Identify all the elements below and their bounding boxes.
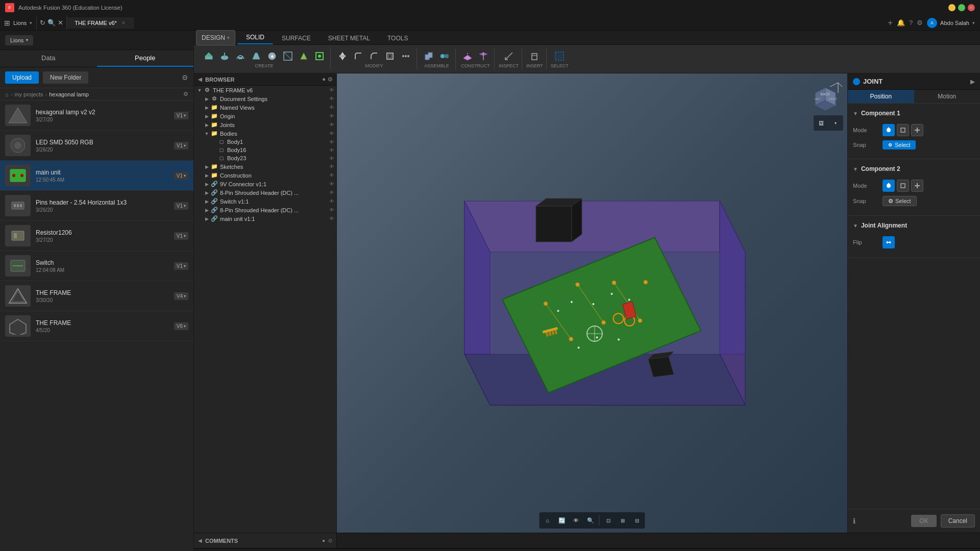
view-cube[interactable]: BACK LEFT RIGHT	[807, 78, 843, 113]
version-tag[interactable]: V1 ▾	[174, 112, 188, 119]
vp-orbit-btn[interactable]: 🔄	[555, 514, 569, 527]
search-icon[interactable]: 🔍	[47, 19, 56, 27]
construct-offset-plane-btn[interactable]	[460, 49, 475, 63]
modify-fillet-btn[interactable]	[351, 49, 366, 63]
file-item[interactable]: hexagonal lamp v2 v2 3/27/20 V1 ▾	[0, 101, 193, 131]
tab-surface[interactable]: SURFACE	[273, 32, 320, 44]
component1-mode-btn3[interactable]	[911, 124, 923, 136]
tree-expand-icon[interactable]: ▼	[196, 88, 203, 93]
tree-expand-icon[interactable]: ▶	[203, 199, 210, 204]
vp-home-btn[interactable]: ⌂	[541, 514, 554, 527]
version-tag[interactable]: V1 ▾	[174, 232, 188, 240]
breadcrumb-myprojects[interactable]: my projects	[14, 91, 43, 97]
component2-mode-btn1[interactable]	[883, 180, 895, 192]
tree-item[interactable]: ▶ ⚙ Document Settings 👁	[194, 94, 336, 103]
tree-eye-icon[interactable]: 👁	[329, 96, 336, 102]
construct-midplane-btn[interactable]	[476, 49, 491, 63]
create-extrude-btn[interactable]	[201, 49, 216, 63]
component1-mode-btn1[interactable]	[883, 124, 895, 136]
panel-settings-icon[interactable]: ⚙	[182, 73, 188, 82]
comments-collapse-icon[interactable]: ◀	[198, 538, 202, 543]
tree-eye-icon[interactable]: 👁	[329, 147, 336, 153]
tree-eye-icon[interactable]: 👁	[329, 156, 336, 161]
tree-eye-icon[interactable]: 👁	[329, 172, 336, 178]
browser-collapse-icon[interactable]: ◀	[198, 77, 202, 82]
joint-tab-position[interactable]: Position	[848, 90, 914, 103]
tree-item[interactable]: ▶ 📁 Joints 👁	[194, 120, 336, 129]
component2-select-btn[interactable]: Select	[883, 196, 917, 206]
file-item[interactable]: main unit 12:50:45 AM V1 ▾	[0, 161, 193, 191]
tab-people[interactable]: People	[97, 50, 194, 67]
help-icon[interactable]: ?	[909, 19, 913, 27]
tree-item[interactable]: ▶ 🔗 main unit v1:1 👁	[194, 214, 336, 223]
file-item[interactable]: THE FRAME 3/30/20 V4 ▾	[0, 281, 193, 311]
tree-expand-icon[interactable]: ▶	[203, 173, 210, 178]
file-item[interactable]: THE FRAME 4/5/20 V6 ▾	[0, 311, 193, 341]
workspace-arrow[interactable]: ▾	[30, 20, 32, 26]
create-revolve-btn[interactable]	[217, 49, 232, 63]
version-tag[interactable]: V1 ▾	[174, 142, 188, 149]
vp-look-at-btn[interactable]: 👁	[570, 514, 583, 527]
tree-item[interactable]: ▶ 📁 Sketches 👁	[194, 162, 336, 171]
component2-header[interactable]: ▼ Component 2	[848, 163, 980, 174]
tree-item[interactable]: ▼ 📁 Bodies 👁	[194, 129, 336, 138]
component1-header[interactable]: ▼ Component 1	[848, 108, 980, 119]
tree-eye-icon[interactable]: 👁	[329, 139, 336, 145]
joint-tab-motion[interactable]: Motion	[914, 90, 981, 103]
tree-expand-icon[interactable]: ▶	[203, 216, 210, 221]
home-icon[interactable]: ⌂	[5, 91, 9, 97]
tree-eye-icon[interactable]: 👁	[329, 122, 336, 128]
tree-item[interactable]: □ Body1 👁	[194, 138, 336, 146]
joint-alignment-header[interactable]: ▼ Joint Alignment	[848, 220, 980, 231]
app-menu-icon[interactable]: ⊞	[4, 19, 10, 27]
assemble-new-component-btn[interactable]	[421, 49, 436, 63]
tree-item[interactable]: ▶ 📁 Origin 👁	[194, 112, 336, 120]
flip-button[interactable]	[883, 236, 895, 248]
info-icon[interactable]: ℹ	[853, 517, 855, 525]
tree-expand-icon[interactable]: ▶	[203, 164, 210, 169]
tree-item[interactable]: ▼ ⚙ THE FRAME v6 👁	[194, 86, 336, 94]
breadcrumb-settings-icon[interactable]: ⚙	[183, 91, 188, 97]
tree-item[interactable]: ▶ 🔗 Switch v1:1 👁	[194, 197, 336, 206]
file-item[interactable]: Switch 12:04:08 AM V1 ▾	[0, 251, 193, 281]
close-workspace-icon[interactable]: ✕	[58, 19, 63, 27]
inspect-measure-btn[interactable]	[501, 49, 517, 63]
create-pcb-btn[interactable]	[312, 49, 327, 63]
vp-view-btn[interactable]: ⊟	[630, 514, 644, 527]
tree-expand-icon[interactable]: ▶	[203, 208, 210, 213]
component1-mode-btn2[interactable]	[897, 124, 909, 136]
version-tag[interactable]: V1 ▾	[174, 202, 188, 210]
tree-eye-icon[interactable]: 👁	[329, 198, 336, 204]
browser-pin-icon[interactable]: ●	[322, 76, 326, 83]
modify-chamfer-btn[interactable]	[366, 49, 382, 63]
tree-eye-icon[interactable]: 👁	[329, 113, 336, 119]
file-item[interactable]: Pins header - 2.54 Horizontal 1x3 3/26/2…	[0, 191, 193, 221]
tree-eye-icon[interactable]: 👁	[329, 105, 336, 110]
workspace-selector[interactable]: Lions	[13, 20, 27, 26]
version-tag[interactable]: V4 ▾	[174, 292, 188, 300]
tab-solid[interactable]: SOLID	[237, 31, 273, 44]
tree-item[interactable]: ▶ 🔗 8-Pin Shrouded Header (DC) ... 👁	[194, 206, 336, 214]
create-sketch-btn[interactable]	[280, 49, 296, 63]
tree-item[interactable]: ▶ 📁 Named Views 👁	[194, 103, 336, 112]
notifications-icon[interactable]: 🔔	[897, 19, 905, 27]
create-sweep-btn[interactable]	[233, 49, 248, 63]
tree-eye-icon[interactable]: 👁	[329, 87, 336, 93]
modify-more-btn[interactable]	[398, 49, 413, 63]
new-folder-button[interactable]: New Folder	[43, 71, 88, 84]
main-tab[interactable]: THE FRAME v6* ✕	[67, 17, 134, 29]
close-btn[interactable]: ✕	[968, 4, 975, 11]
tree-eye-icon[interactable]: 👁	[329, 164, 336, 169]
file-item[interactable]: LED SMD 5050 RGB 3/26/20 V1 ▾	[0, 131, 193, 161]
browser-close-icon[interactable]: ⊙	[328, 76, 332, 83]
assemble-joint-btn[interactable]	[437, 49, 452, 63]
maximize-btn[interactable]: □	[958, 4, 965, 11]
tab-tools[interactable]: TOOLS	[379, 32, 416, 44]
tree-item[interactable]: ▶ 🔗 9V Connector v1:1 👁	[194, 180, 336, 188]
component2-mode-btn2[interactable]	[897, 180, 909, 192]
tree-eye-icon[interactable]: 👁	[329, 181, 336, 187]
version-tag[interactable]: V1 ▾	[174, 262, 188, 270]
tab-data[interactable]: Data	[0, 50, 97, 67]
tree-expand-icon[interactable]: ▶	[203, 190, 210, 195]
tree-eye-icon[interactable]: 👁	[329, 190, 336, 195]
